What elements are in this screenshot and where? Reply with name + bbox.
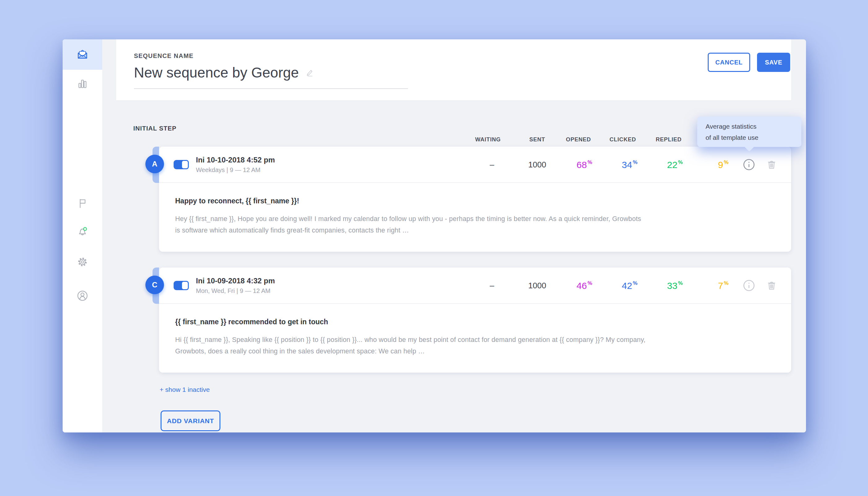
user-icon (76, 290, 89, 302)
stat-replied: 33% (667, 280, 683, 291)
notification-dot (83, 228, 87, 231)
save-button[interactable]: SAVE (757, 53, 790, 72)
info-icon[interactable] (743, 158, 755, 171)
sequence-name-label: SEQUENCE NAME (134, 52, 193, 60)
toggle-knob (181, 281, 189, 290)
stat-sent: 1000 (528, 281, 546, 290)
sidebar-item-analytics[interactable] (63, 69, 102, 98)
app-window: SEQUENCE NAME New sequence by George CAN… (63, 40, 806, 432)
stat-opened: 46% (577, 280, 592, 291)
stat-clicked: 34% (622, 159, 638, 170)
stat-clicked: 42% (622, 280, 638, 291)
page-background: { "header": { "sequence_name_label": "SE… (0, 0, 868, 496)
stat-opened: 68% (577, 159, 592, 170)
stat-waiting: – (490, 281, 494, 290)
email-subject: Happy to reconnect, {{ first_name }}! (175, 197, 766, 205)
sidebar-item-settings[interactable] (63, 248, 102, 276)
flag-icon (77, 198, 88, 209)
stat-interested: 7% (718, 280, 728, 291)
bell-icon (76, 226, 89, 238)
column-header-clicked: CLICKED (609, 136, 636, 143)
info-icon[interactable] (743, 279, 755, 292)
sidebar-item-account[interactable] (63, 281, 102, 310)
envelope-icon (77, 49, 88, 60)
variant-schedule: Mon, Wed, Fri | 9 — 12 AM (196, 288, 275, 294)
variant-title: Ini 10-09-2018 4:32 pm (196, 277, 275, 285)
variant-header-row: Ini 10-10-2018 4:52 pm Weekdays | 9 — 12… (159, 146, 791, 183)
email-preview: Happy to reconnect, {{ first_name }}! He… (159, 183, 791, 252)
email-subject: {{ first_name }} recommended to get in t… (175, 318, 766, 326)
column-header-opened: OPENED (566, 136, 591, 143)
sequence-name-input[interactable]: New sequence by George (134, 64, 314, 81)
variant-schedule: Weekdays | 9 — 12 AM (196, 167, 275, 174)
stat-replied: 22% (667, 159, 683, 170)
sequence-header: SEQUENCE NAME New sequence by George CAN… (116, 40, 791, 101)
email-body: Hey {{ first_name }}, Hope you are doing… (175, 213, 764, 236)
gear-icon (77, 256, 88, 268)
variant-title: Ini 10-10-2018 4:52 pm (196, 156, 275, 164)
stat-interested: 9% (718, 159, 728, 170)
column-header-waiting: WAITING (475, 136, 501, 143)
email-body: Hi {{ first_name }}, Speaking like {{ po… (175, 334, 764, 357)
initial-step-label: INITIAL STEP (133, 125, 176, 132)
name-underline (134, 88, 408, 89)
column-header-sent: SENT (529, 136, 545, 143)
variant-badge: A (145, 155, 164, 173)
average-statistics-tooltip: Average statistics of all template use (697, 117, 801, 147)
variant-card-c: C Ini 10-09-2018 4:32 pm Mon, Wed, Fri |… (159, 267, 791, 373)
stat-waiting: – (490, 160, 494, 169)
variant-toggle[interactable] (174, 160, 188, 169)
stat-sent: 1000 (528, 160, 546, 169)
sidebar-item-notifications[interactable] (63, 217, 102, 246)
trash-icon[interactable] (766, 280, 777, 291)
toggle-knob (181, 160, 189, 169)
bar-chart-icon (77, 78, 88, 90)
sidebar (63, 40, 102, 432)
trash-icon[interactable] (766, 159, 777, 170)
variant-badge: C (145, 276, 164, 294)
cancel-button[interactable]: CANCEL (708, 53, 750, 72)
add-variant-button[interactable]: ADD VARIANT (160, 410, 220, 431)
sidebar-item-flags[interactable] (63, 189, 102, 218)
variant-header-row: Ini 10-09-2018 4:32 pm Mon, Wed, Fri | 9… (159, 267, 791, 304)
tooltip-line-1: Average statistics (706, 121, 801, 132)
variant-toggle[interactable] (174, 281, 188, 290)
email-preview: {{ first_name }} recommended to get in t… (159, 304, 791, 373)
sidebar-item-sequences[interactable] (63, 40, 102, 70)
edit-pencil-icon[interactable] (305, 68, 314, 77)
show-inactive-link[interactable]: + show 1 inactive (160, 386, 210, 393)
sequence-name-value: New sequence by George (134, 64, 299, 81)
variant-card-a: A Ini 10-10-2018 4:52 pm Weekdays | 9 — … (159, 146, 791, 252)
tooltip-line-2: of all template use (706, 132, 801, 143)
column-header-replied: REPLIED (656, 136, 682, 143)
